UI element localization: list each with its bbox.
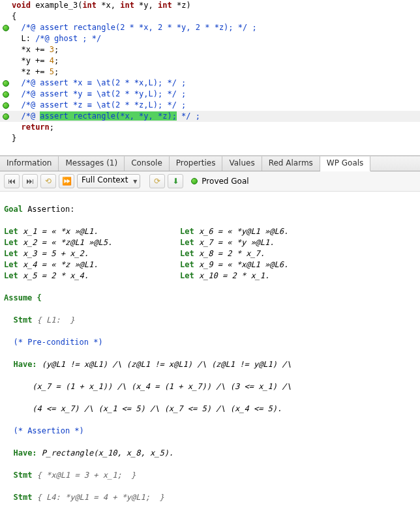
save-icon: ⬇	[172, 177, 179, 186]
status-bullet	[3, 91, 9, 98]
forward-button[interactable]: ⏩	[59, 174, 74, 188]
refresh-icon: ⟳	[154, 177, 160, 186]
status-bullet	[3, 113, 9, 120]
assume-block: Assume {	[4, 293, 42, 302]
wp-toolbar: ⏮ ⏭ ⟲ ⏩ Full Context▾ ⟳ ⬇ Proved Goal	[0, 171, 420, 192]
goal-panel: Goal Assertion: Let x_1 = « *x »@L1.Let …	[0, 192, 420, 509]
selected-assertion[interactable]: assert rectangle(*x, *y, *z);	[40, 111, 177, 121]
tab-wp-goals[interactable]: WP Goals	[320, 156, 371, 171]
code-line-label: L: /*@ ghost ; */	[0, 33, 420, 44]
first-icon: ⏮	[8, 177, 16, 186]
tab-messages[interactable]: Messages (1)	[59, 156, 125, 171]
tab-information[interactable]: Information	[0, 156, 59, 171]
goal-heading: Goal	[4, 205, 23, 214]
context-select[interactable]: Full Context▾	[77, 174, 140, 188]
status-bullet	[0, 25, 12, 31]
proved-bullet-icon	[191, 178, 198, 184]
status-bullet	[3, 80, 9, 87]
code-line-assert-1: /*@ assert rectangle(2 * *x, 2 * *y, 2 *…	[0, 22, 420, 33]
tab-console[interactable]: Console	[125, 156, 170, 171]
code-line-assert-z: /*@ assert *z ≡ \at(2 * *z,L); */ ;	[0, 100, 420, 111]
context-select-label: Full Context	[82, 175, 128, 184]
brace-close: }	[12, 133, 420, 144]
save-button[interactable]: ⬇	[168, 174, 183, 188]
code-line-assert-rect-highlight: /*@ assert rectangle(*x, *y, *z); */ ;	[0, 111, 420, 122]
let-row: Let x_1 = « *x »@L1.Let x_6 = « *y@L1 »@…	[4, 226, 416, 237]
code-line-sig: void example_3(int *x, int *y, int *z)	[0, 0, 420, 11]
back-icon: ⟲	[45, 177, 52, 186]
let-row: Let x_4 = « *z »@L1.Let x_9 = « *x@L1 »@…	[4, 259, 416, 270]
last-button[interactable]: ⏭	[22, 174, 38, 188]
let-row: Let x_2 = « *z@L1 »@L5.Let x_7 = « *y »@…	[4, 237, 416, 248]
forward-icon: ⏩	[62, 177, 72, 186]
proved-label: Proved Goal	[202, 177, 248, 186]
tab-red-alarms[interactable]: Red Alarms	[262, 156, 320, 171]
let-row: Let x_5 = 2 * x_4.Let x_10 = 2 * x_1.	[4, 270, 416, 282]
tab-properties[interactable]: Properties	[170, 156, 223, 171]
status-bullet	[3, 102, 9, 109]
bottom-tabs: Information Messages (1) Console Propert…	[0, 156, 420, 171]
back-button[interactable]: ⟲	[40, 174, 56, 188]
chevron-down-icon: ▾	[133, 177, 137, 186]
code-line-assert-x: /*@ assert *x ≡ \at(2 * *x,L); */ ;	[0, 78, 420, 89]
last-icon: ⏭	[26, 177, 34, 186]
code-line-assert-y: /*@ assert *y ≡ \at(2 * *y,L); */ ;	[0, 89, 420, 100]
code-editor: void example_3(int *x, int *y, int *z) {…	[0, 0, 420, 156]
refresh-button[interactable]: ⟳	[149, 174, 165, 188]
first-button[interactable]: ⏮	[4, 174, 20, 188]
proved-status: Proved Goal	[191, 177, 248, 186]
let-row: Let x_3 = 5 + x_2.Let x_8 = 2 * x_7.	[4, 248, 416, 259]
tab-values[interactable]: Values	[222, 156, 262, 171]
brace-open: {	[12, 11, 420, 22]
